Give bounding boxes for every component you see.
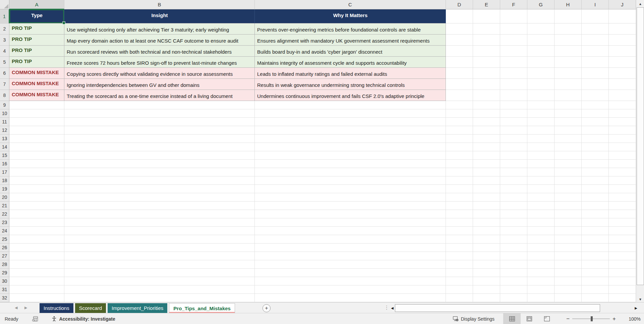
empty-cell[interactable] [446, 218, 473, 227]
empty-cell[interactable] [9, 244, 64, 252]
empty-cell[interactable] [500, 151, 527, 160]
empty-cell[interactable] [9, 109, 64, 118]
empty-cell[interactable] [473, 252, 500, 260]
empty-cell[interactable] [527, 260, 554, 269]
empty-cell[interactable] [255, 294, 446, 302]
new-sheet-button[interactable]: + [262, 304, 271, 312]
empty-cell[interactable] [255, 101, 446, 109]
empty-cell[interactable] [473, 218, 500, 227]
empty-cell[interactable] [527, 23, 554, 35]
empty-cell[interactable] [609, 109, 636, 118]
empty-cell[interactable] [473, 160, 500, 168]
empty-cell[interactable] [527, 151, 554, 160]
empty-cell[interactable] [527, 269, 554, 277]
empty-cell[interactable] [64, 151, 255, 160]
empty-cell[interactable] [9, 176, 64, 185]
empty-cell[interactable] [64, 134, 255, 143]
empty-cell[interactable] [255, 193, 446, 202]
empty-cell[interactable] [554, 252, 582, 260]
empty-cell[interactable] [582, 134, 609, 143]
row-header-6[interactable]: 6 [0, 68, 9, 79]
row-header-15[interactable]: 15 [0, 151, 9, 160]
empty-cell[interactable] [473, 46, 500, 57]
empty-cell[interactable] [64, 168, 255, 176]
empty-cell[interactable] [582, 79, 609, 90]
tab-instructions[interactable]: Instructions [40, 303, 73, 313]
empty-cell[interactable] [64, 210, 255, 218]
col-header-J[interactable]: J [609, 0, 636, 9]
empty-cell[interactable] [609, 227, 636, 235]
empty-cell[interactable] [64, 244, 255, 252]
empty-cell[interactable] [554, 118, 582, 126]
empty-cell[interactable] [473, 294, 500, 302]
empty-cell[interactable] [554, 244, 582, 252]
cell-A5[interactable]: PRO TIP [9, 57, 64, 68]
empty-cell[interactable] [500, 244, 527, 252]
empty-cell[interactable] [554, 294, 582, 302]
empty-cell[interactable] [609, 260, 636, 269]
cell-A1-type-header[interactable]: Type [9, 9, 64, 23]
row-header-8[interactable]: 8 [0, 90, 9, 101]
row-header-16[interactable]: 16 [0, 160, 9, 168]
empty-cell[interactable] [609, 294, 636, 302]
empty-cell[interactable] [446, 35, 473, 46]
empty-cell[interactable] [500, 109, 527, 118]
page-layout-view-button[interactable] [521, 313, 538, 324]
accessibility-status[interactable]: Accessibility: Investigate [51, 316, 115, 322]
empty-cell[interactable] [500, 218, 527, 227]
empty-cell[interactable] [255, 151, 446, 160]
empty-cell[interactable] [609, 168, 636, 176]
empty-cell[interactable] [527, 168, 554, 176]
empty-cell[interactable] [609, 235, 636, 244]
empty-cell[interactable] [9, 101, 64, 109]
empty-cell[interactable] [446, 143, 473, 151]
macro-record-icon[interactable] [32, 316, 38, 321]
empty-cell[interactable] [64, 269, 255, 277]
cell-A2[interactable]: PRO TIP [9, 23, 64, 35]
cell-B8[interactable]: Treating the scorecard as a one-time exe… [64, 90, 255, 101]
col-header-H[interactable]: H [554, 0, 582, 9]
empty-cell[interactable] [609, 9, 636, 23]
empty-cell[interactable] [255, 260, 446, 269]
empty-cell[interactable] [500, 210, 527, 218]
empty-cell[interactable] [446, 294, 473, 302]
empty-cell[interactable] [64, 294, 255, 302]
empty-cell[interactable] [64, 285, 255, 294]
cell-C1-why-header[interactable]: Why It Matters [255, 9, 446, 23]
empty-cell[interactable] [609, 151, 636, 160]
row-header-13[interactable]: 13 [0, 134, 9, 143]
tab-nav-right-icon[interactable]: ▶ [24, 306, 27, 310]
empty-cell[interactable] [446, 252, 473, 260]
empty-cell[interactable] [554, 57, 582, 68]
row-header-7[interactable]: 7 [0, 79, 9, 90]
empty-cell[interactable] [582, 35, 609, 46]
empty-cell[interactable] [582, 23, 609, 35]
empty-cell[interactable] [609, 134, 636, 143]
empty-cell[interactable] [609, 244, 636, 252]
empty-cell[interactable] [609, 160, 636, 168]
empty-cell[interactable] [473, 101, 500, 109]
empty-cell[interactable] [554, 269, 582, 277]
empty-cell[interactable] [582, 101, 609, 109]
empty-cell[interactable] [446, 244, 473, 252]
empty-cell[interactable] [9, 285, 64, 294]
empty-cell[interactable] [527, 185, 554, 193]
empty-cell[interactable] [582, 46, 609, 57]
empty-cell[interactable] [527, 244, 554, 252]
row-header-18[interactable]: 18 [0, 176, 9, 185]
empty-cell[interactable] [64, 185, 255, 193]
empty-cell[interactable] [255, 235, 446, 244]
empty-cell[interactable] [446, 9, 473, 23]
empty-cell[interactable] [582, 260, 609, 269]
empty-cell[interactable] [554, 109, 582, 118]
col-header-F[interactable]: F [500, 0, 527, 9]
empty-cell[interactable] [609, 269, 636, 277]
empty-cell[interactable] [64, 277, 255, 285]
row-header-4[interactable]: 4 [0, 46, 9, 57]
row-header-1[interactable]: 1 [0, 9, 9, 23]
empty-cell[interactable] [582, 218, 609, 227]
empty-cell[interactable] [554, 202, 582, 210]
empty-cell[interactable] [527, 101, 554, 109]
empty-cell[interactable] [500, 126, 527, 134]
empty-cell[interactable] [500, 285, 527, 294]
